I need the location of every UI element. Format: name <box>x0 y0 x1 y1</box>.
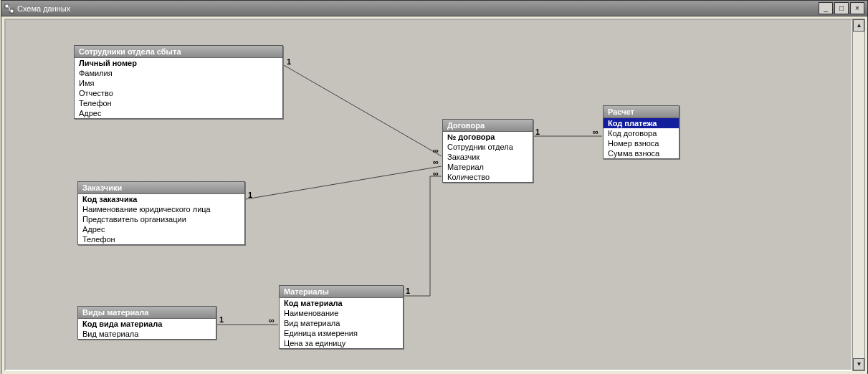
cardinality-many: ∞ <box>433 169 439 178</box>
scroll-down-button[interactable] <box>853 358 864 370</box>
vertical-scrollbar[interactable] <box>852 19 865 371</box>
close-button[interactable]: × <box>850 2 864 14</box>
cardinality-many: ∞ <box>593 128 598 136</box>
minimize-button[interactable]: _ <box>819 2 833 14</box>
svg-rect-1 <box>10 9 14 13</box>
field[interactable]: Сумма взноса <box>604 148 679 158</box>
svg-marker-10 <box>857 24 861 27</box>
field[interactable]: Вид материала <box>280 318 403 328</box>
field[interactable]: Адрес <box>75 108 282 118</box>
field[interactable]: Сотрудник отдела <box>443 142 533 152</box>
table-materialy[interactable]: Материалы Код материала Наименование Вид… <box>279 285 404 349</box>
table-title[interactable]: Сотрудники отдела сбыта <box>75 46 282 58</box>
cardinality-one: 1 <box>219 315 224 324</box>
table-raschet[interactable]: Расчет Код платежа Код договора Номер вз… <box>603 105 679 159</box>
diagram-canvas[interactable]: 1 ∞ 1 ∞ 1 ∞ 1 ∞ 1 ∞ Сотрудники отдела сб… <box>4 19 853 371</box>
field[interactable]: Телефон <box>78 234 244 244</box>
field[interactable]: Количество <box>443 172 533 182</box>
svg-line-2 <box>9 6 10 11</box>
relationships-icon <box>4 4 14 14</box>
field[interactable]: № договора <box>443 132 533 142</box>
field[interactable]: Адрес <box>78 224 244 234</box>
field[interactable]: Отчество <box>75 88 282 98</box>
cardinality-one: 1 <box>287 57 291 66</box>
field[interactable]: Имя <box>75 78 282 88</box>
cardinality-many: ∞ <box>269 316 275 325</box>
field[interactable]: Цена за единицу <box>280 338 403 348</box>
field[interactable]: Личный номер <box>75 58 282 68</box>
field[interactable]: Номер взноса <box>604 138 679 148</box>
field[interactable]: Наименование юридического лица <box>78 204 244 214</box>
field[interactable]: Наименование <box>280 308 403 318</box>
table-title[interactable]: Расчет <box>604 106 679 118</box>
field[interactable]: Код платежа <box>604 118 679 128</box>
window-title: Схема данных <box>17 4 70 13</box>
cardinality-many: ∞ <box>433 146 439 155</box>
svg-rect-0 <box>5 4 9 8</box>
field[interactable]: Представитель организации <box>78 214 244 224</box>
cardinality-one: 1 <box>535 128 540 136</box>
field[interactable]: Код материала <box>280 298 403 308</box>
scroll-up-button[interactable] <box>853 19 864 32</box>
field[interactable]: Единица измерения <box>280 328 403 338</box>
table-dogovora[interactable]: Договора № договора Сотрудник отдела Зак… <box>442 119 533 183</box>
field[interactable]: Телефон <box>75 98 282 108</box>
table-title[interactable]: Заказчики <box>78 182 244 194</box>
svg-marker-11 <box>857 363 861 366</box>
field[interactable]: Код договора <box>604 128 679 138</box>
table-title[interactable]: Виды материала <box>78 307 216 319</box>
field[interactable]: Код заказчика <box>78 194 244 204</box>
maximize-button[interactable]: □ <box>834 2 849 14</box>
title-bar[interactable]: Схема данных _ □ × <box>1 1 867 16</box>
cardinality-one: 1 <box>248 191 252 199</box>
relationships-window: Схема данных _ □ × 1 ∞ 1 ∞ 1 <box>1 0 868 374</box>
table-zakazchiki[interactable]: Заказчики Код заказчика Наименование юри… <box>77 181 245 245</box>
cardinality-many: ∞ <box>433 158 439 166</box>
table-title[interactable]: Материалы <box>280 286 403 298</box>
field[interactable]: Код вида материала <box>78 319 216 329</box>
field[interactable]: Фамилия <box>75 68 282 78</box>
field[interactable]: Вид материала <box>78 329 216 339</box>
svg-line-3 <box>284 65 442 156</box>
field[interactable]: Материал <box>443 162 533 172</box>
cardinality-one: 1 <box>406 287 410 295</box>
field[interactable]: Заказчик <box>443 152 533 162</box>
table-sotrudniki[interactable]: Сотрудники отдела сбыта Личный номер Фам… <box>74 45 283 119</box>
table-vidy-materiala[interactable]: Виды материала Код вида материала Вид ма… <box>77 306 216 340</box>
svg-line-4 <box>246 166 442 199</box>
table-title[interactable]: Договора <box>443 120 533 132</box>
